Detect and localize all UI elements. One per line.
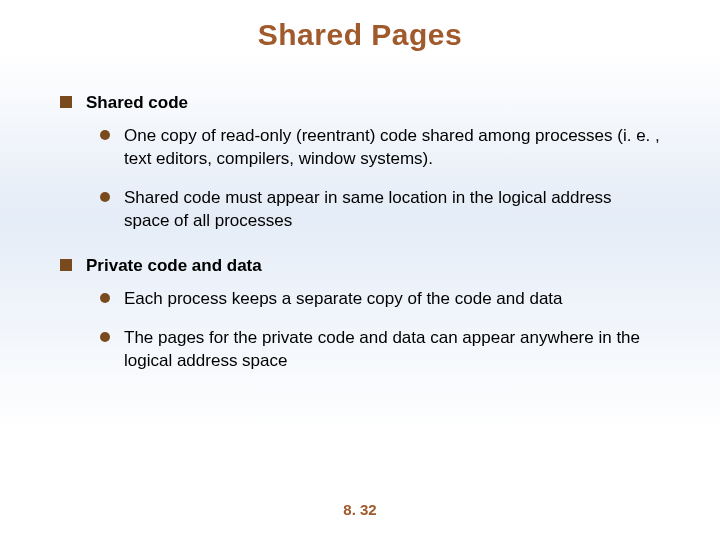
bullet-level1: Shared code — [60, 92, 660, 115]
bullet-level2: Each process keeps a separate copy of th… — [100, 288, 660, 311]
sub-list: Each process keeps a separate copy of th… — [100, 288, 660, 373]
item-text: Shared code must appear in same location… — [124, 187, 660, 233]
heading-text: Shared code — [86, 92, 188, 115]
item-text: The pages for the private code and data … — [124, 327, 660, 373]
bullet-level2: The pages for the private code and data … — [100, 327, 660, 373]
slide: Shared Pages Shared code One copy of rea… — [0, 0, 720, 540]
heading-text: Private code and data — [86, 255, 262, 278]
round-bullet-icon — [100, 332, 110, 342]
sub-list: One copy of read-only (reentrant) code s… — [100, 125, 660, 233]
slide-content: Shared code One copy of read-only (reent… — [0, 52, 720, 372]
round-bullet-icon — [100, 293, 110, 303]
slide-title: Shared Pages — [0, 0, 720, 52]
bullet-level2: One copy of read-only (reentrant) code s… — [100, 125, 660, 171]
item-text: Each process keeps a separate copy of th… — [124, 288, 563, 311]
bullet-level1: Private code and data — [60, 255, 660, 278]
item-text: One copy of read-only (reentrant) code s… — [124, 125, 660, 171]
slide-number: 8. 32 — [0, 501, 720, 518]
round-bullet-icon — [100, 192, 110, 202]
round-bullet-icon — [100, 130, 110, 140]
bullet-level2: Shared code must appear in same location… — [100, 187, 660, 233]
square-bullet-icon — [60, 96, 72, 108]
square-bullet-icon — [60, 259, 72, 271]
